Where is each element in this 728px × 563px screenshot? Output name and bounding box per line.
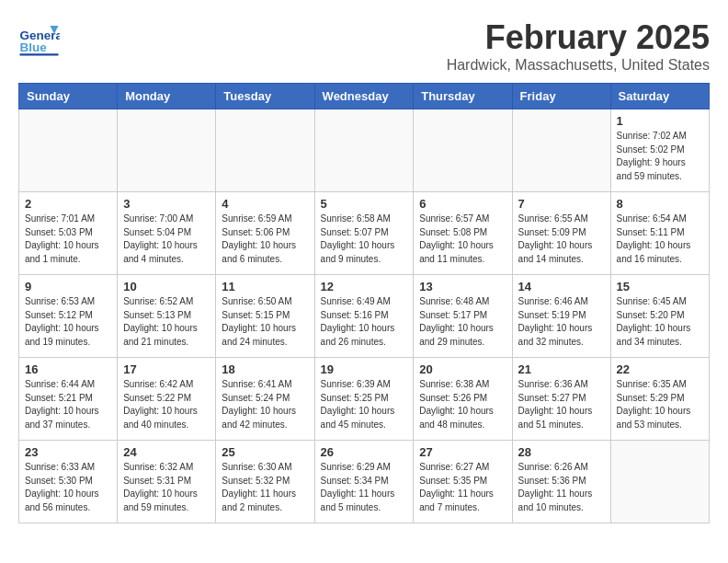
calendar-cell [19, 109, 118, 192]
day-number: 4 [222, 197, 308, 211]
calendar-cell [118, 109, 216, 192]
day-header-tuesday: Tuesday [216, 84, 314, 109]
calendar-cell: 15Sunrise: 6:45 AM Sunset: 5:20 PM Dayli… [610, 275, 709, 358]
calendar-cell: 18Sunrise: 6:41 AM Sunset: 5:24 PM Dayli… [216, 358, 314, 441]
page-title: February 2025 [447, 18, 710, 57]
calendar-cell: 23Sunrise: 6:33 AM Sunset: 5:30 PM Dayli… [19, 441, 118, 523]
page-header: General Blue February 2025 Hardwick, Mas… [18, 18, 710, 74]
calendar-cell [610, 441, 709, 523]
day-number: 8 [617, 197, 703, 211]
day-number: 5 [321, 197, 408, 211]
day-number: 12 [321, 280, 408, 293]
calendar-cell [216, 109, 314, 192]
calendar-cell: 11Sunrise: 6:50 AM Sunset: 5:15 PM Dayli… [216, 275, 314, 358]
day-number: 17 [123, 362, 210, 376]
calendar-cell: 2Sunrise: 7:01 AM Sunset: 5:03 PM Daylig… [19, 192, 118, 275]
calendar-cell: 3Sunrise: 7:00 AM Sunset: 5:04 PM Daylig… [118, 192, 216, 275]
day-number: 27 [419, 445, 506, 459]
day-info: Sunrise: 6:46 AM Sunset: 5:19 PM Dayligh… [518, 295, 605, 349]
day-info: Sunrise: 6:59 AM Sunset: 5:06 PM Dayligh… [222, 213, 308, 266]
day-number: 10 [123, 280, 210, 293]
calendar-cell: 6Sunrise: 6:57 AM Sunset: 5:08 PM Daylig… [414, 192, 512, 275]
page-subtitle: Hardwick, Massachusetts, United States [447, 57, 710, 74]
calendar-week-3: 9Sunrise: 6:53 AM Sunset: 5:12 PM Daylig… [19, 275, 710, 358]
calendar-cell [512, 109, 610, 192]
day-number: 14 [518, 280, 605, 293]
calendar-cell [414, 109, 512, 192]
day-info: Sunrise: 6:52 AM Sunset: 5:13 PM Dayligh… [123, 295, 210, 349]
day-number: 6 [419, 197, 506, 211]
day-info: Sunrise: 6:29 AM Sunset: 5:34 PM Dayligh… [321, 461, 408, 514]
day-header-sunday: Sunday [19, 84, 118, 109]
day-number: 9 [25, 280, 111, 293]
day-number: 21 [518, 362, 605, 376]
calendar-cell: 8Sunrise: 6:54 AM Sunset: 5:11 PM Daylig… [610, 192, 709, 275]
day-info: Sunrise: 6:57 AM Sunset: 5:08 PM Dayligh… [419, 213, 506, 266]
calendar-cell: 9Sunrise: 6:53 AM Sunset: 5:12 PM Daylig… [19, 275, 118, 358]
day-number: 11 [222, 280, 308, 293]
day-info: Sunrise: 6:49 AM Sunset: 5:16 PM Dayligh… [321, 295, 408, 349]
day-info: Sunrise: 6:48 AM Sunset: 5:17 PM Dayligh… [419, 295, 506, 349]
day-number: 23 [25, 445, 111, 459]
day-info: Sunrise: 6:41 AM Sunset: 5:24 PM Dayligh… [222, 378, 308, 431]
logo: General Blue [18, 18, 63, 60]
day-info: Sunrise: 6:27 AM Sunset: 5:35 PM Dayligh… [419, 461, 506, 514]
day-header-saturday: Saturday [610, 84, 709, 109]
day-info: Sunrise: 6:53 AM Sunset: 5:12 PM Dayligh… [25, 295, 111, 349]
day-info: Sunrise: 6:30 AM Sunset: 5:32 PM Dayligh… [222, 461, 308, 514]
calendar-week-2: 2Sunrise: 7:01 AM Sunset: 5:03 PM Daylig… [19, 192, 710, 275]
day-info: Sunrise: 6:54 AM Sunset: 5:11 PM Dayligh… [617, 213, 703, 266]
day-info: Sunrise: 6:44 AM Sunset: 5:21 PM Dayligh… [25, 378, 111, 431]
day-info: Sunrise: 6:36 AM Sunset: 5:27 PM Dayligh… [518, 378, 605, 431]
day-info: Sunrise: 7:02 AM Sunset: 5:02 PM Dayligh… [617, 130, 703, 183]
day-info: Sunrise: 6:39 AM Sunset: 5:25 PM Dayligh… [321, 378, 408, 431]
calendar-cell: 4Sunrise: 6:59 AM Sunset: 5:06 PM Daylig… [216, 192, 314, 275]
calendar-cell: 5Sunrise: 6:58 AM Sunset: 5:07 PM Daylig… [314, 192, 414, 275]
day-info: Sunrise: 6:38 AM Sunset: 5:26 PM Dayligh… [419, 378, 506, 431]
day-header-wednesday: Wednesday [314, 84, 414, 109]
day-info: Sunrise: 6:58 AM Sunset: 5:07 PM Dayligh… [321, 213, 408, 266]
day-number: 22 [617, 362, 703, 376]
day-number: 15 [617, 280, 703, 293]
day-info: Sunrise: 6:50 AM Sunset: 5:15 PM Dayligh… [222, 295, 308, 349]
calendar-cell: 10Sunrise: 6:52 AM Sunset: 5:13 PM Dayli… [118, 275, 216, 358]
calendar-table: SundayMondayTuesdayWednesdayThursdayFrid… [18, 83, 710, 523]
day-number: 3 [123, 197, 210, 211]
day-header-thursday: Thursday [414, 84, 512, 109]
day-number: 1 [617, 114, 703, 128]
calendar-cell: 19Sunrise: 6:39 AM Sunset: 5:25 PM Dayli… [314, 358, 414, 441]
calendar-week-1: 1Sunrise: 7:02 AM Sunset: 5:02 PM Daylig… [19, 109, 710, 192]
logo-icon: General Blue [18, 18, 60, 60]
calendar-cell: 14Sunrise: 6:46 AM Sunset: 5:19 PM Dayli… [512, 275, 610, 358]
day-header-friday: Friday [512, 84, 610, 109]
day-number: 26 [321, 445, 408, 459]
day-info: Sunrise: 6:55 AM Sunset: 5:09 PM Dayligh… [518, 213, 605, 266]
calendar-cell: 17Sunrise: 6:42 AM Sunset: 5:22 PM Dayli… [118, 358, 216, 441]
calendar-cell: 12Sunrise: 6:49 AM Sunset: 5:16 PM Dayli… [314, 275, 414, 358]
day-info: Sunrise: 6:45 AM Sunset: 5:20 PM Dayligh… [617, 295, 703, 349]
calendar-week-5: 23Sunrise: 6:33 AM Sunset: 5:30 PM Dayli… [19, 441, 710, 523]
calendar-cell: 13Sunrise: 6:48 AM Sunset: 5:17 PM Dayli… [414, 275, 512, 358]
day-number: 19 [321, 362, 408, 376]
day-number: 24 [123, 445, 210, 459]
day-header-monday: Monday [118, 84, 216, 109]
day-number: 20 [419, 362, 506, 376]
day-number: 16 [25, 362, 111, 376]
calendar-cell: 28Sunrise: 6:26 AM Sunset: 5:36 PM Dayli… [512, 441, 610, 523]
calendar-cell: 22Sunrise: 6:35 AM Sunset: 5:29 PM Dayli… [610, 358, 709, 441]
day-number: 25 [222, 445, 308, 459]
day-info: Sunrise: 6:32 AM Sunset: 5:31 PM Dayligh… [123, 461, 210, 514]
day-info: Sunrise: 7:01 AM Sunset: 5:03 PM Dayligh… [25, 213, 111, 266]
day-info: Sunrise: 6:35 AM Sunset: 5:29 PM Dayligh… [617, 378, 703, 431]
day-info: Sunrise: 6:42 AM Sunset: 5:22 PM Dayligh… [123, 378, 210, 431]
day-number: 28 [518, 445, 605, 459]
calendar-week-4: 16Sunrise: 6:44 AM Sunset: 5:21 PM Dayli… [19, 358, 710, 441]
calendar-cell: 26Sunrise: 6:29 AM Sunset: 5:34 PM Dayli… [314, 441, 414, 523]
day-number: 7 [518, 197, 605, 211]
calendar-header-row: SundayMondayTuesdayWednesdayThursdayFrid… [19, 84, 710, 109]
day-number: 13 [419, 280, 506, 293]
title-section: February 2025 Hardwick, Massachusetts, U… [447, 18, 710, 74]
calendar-cell [314, 109, 414, 192]
day-number: 18 [222, 362, 308, 376]
calendar-cell: 24Sunrise: 6:32 AM Sunset: 5:31 PM Dayli… [118, 441, 216, 523]
